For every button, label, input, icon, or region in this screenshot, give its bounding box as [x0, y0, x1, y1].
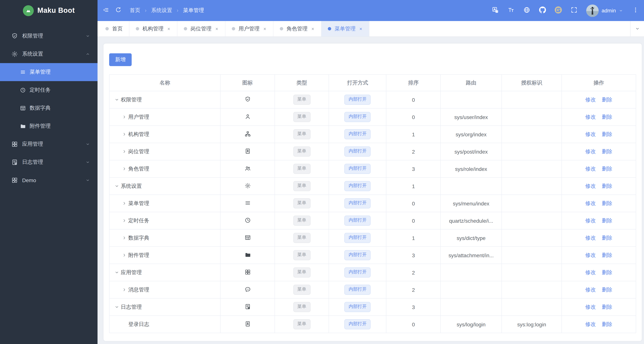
tab-overflow-button[interactable] — [630, 21, 644, 37]
chevron-right-sm-icon[interactable] — [122, 253, 127, 258]
chevron-right-sm-icon[interactable] — [122, 235, 127, 240]
font-size-button[interactable] — [508, 6, 514, 15]
chevron-down-sm-icon[interactable] — [114, 97, 119, 102]
close-icon[interactable] — [215, 27, 219, 31]
chevron-down-sm-icon[interactable] — [114, 304, 119, 309]
close-icon[interactable] — [167, 27, 171, 31]
delete-link[interactable]: 删除 — [602, 321, 612, 327]
edit-link[interactable]: 修改 — [585, 286, 596, 292]
auth-cell — [502, 212, 562, 229]
close-icon[interactable] — [311, 27, 315, 31]
edit-link[interactable]: 修改 — [585, 269, 596, 275]
edit-link[interactable]: 修改 — [585, 235, 596, 241]
github-button[interactable] — [539, 6, 546, 15]
edit-link[interactable]: 修改 — [585, 321, 596, 327]
sidebar-item-4[interactable]: 日志管理 — [0, 153, 98, 171]
edit-link[interactable]: 修改 — [585, 252, 596, 258]
delete-link[interactable]: 删除 — [602, 200, 612, 206]
tab-菜单管理[interactable]: 菜单管理 — [322, 21, 370, 37]
kebab-menu-button[interactable] — [632, 7, 639, 15]
route-cell: sys/log/login — [440, 316, 502, 333]
type-tag: 菜单 — [293, 146, 310, 157]
chevron-right-sm-icon[interactable] — [122, 132, 127, 137]
sidebar-item-1[interactable]: 权限管理 — [0, 27, 98, 45]
kebab-icon — [632, 7, 639, 13]
breadcrumb-item[interactable]: 首页 — [130, 7, 140, 14]
user-name: admin — [602, 8, 616, 14]
edit-link[interactable]: 修改 — [585, 148, 596, 154]
chevron-down-sm-icon[interactable] — [114, 270, 119, 275]
chevron-right-sm-icon[interactable] — [122, 287, 127, 292]
delete-link[interactable]: 删除 — [602, 252, 612, 258]
menu-table: 名称图标类型打开方式排序路由授权标识操作 权限管理菜单内部打开0修改删除用户管理… — [109, 74, 636, 333]
sidebar-item-3[interactable]: 应用管理 — [0, 135, 98, 153]
route-cell: sys/post/index — [440, 143, 502, 160]
menu-name: 数据字典 — [128, 235, 149, 241]
mountain-logo-icon — [23, 5, 34, 16]
edit-link[interactable]: 修改 — [585, 96, 596, 102]
edit-link[interactable]: 修改 — [585, 114, 596, 120]
open-mode-tag: 内部打开 — [344, 129, 371, 139]
auth-cell — [502, 195, 562, 212]
tab-角色管理[interactable]: 角色管理 — [274, 21, 322, 37]
sidebar-subitem[interactable]: 数据字典 — [0, 99, 98, 117]
app-title: Maku Boot — [37, 7, 75, 15]
edit-link[interactable]: 修改 — [585, 131, 596, 137]
fold-sidebar-icon[interactable] — [103, 7, 109, 15]
refresh-icon[interactable] — [115, 7, 122, 15]
tab-label: 岗位管理 — [190, 25, 212, 32]
delete-link[interactable]: 删除 — [602, 148, 612, 154]
add-button[interactable]: 新增 — [109, 53, 132, 66]
chevron-right-sm-icon[interactable] — [122, 115, 127, 119]
auth-cell — [502, 108, 562, 126]
globe-button[interactable] — [523, 6, 530, 15]
edit-link[interactable]: 修改 — [585, 165, 596, 171]
delete-link[interactable]: 删除 — [602, 304, 612, 310]
delete-link[interactable]: 删除 — [602, 235, 612, 241]
chevron-right-sm-icon[interactable] — [122, 166, 127, 171]
menu-type-cell: 菜单 — [275, 212, 329, 229]
delete-link[interactable]: 删除 — [602, 131, 612, 137]
sidebar-subitem[interactable]: 定时任务 — [0, 81, 98, 99]
close-icon[interactable] — [359, 27, 363, 31]
edit-link[interactable]: 修改 — [585, 304, 596, 310]
sidebar-subitem[interactable]: 菜单管理 — [0, 63, 98, 81]
menu-icon — [20, 69, 26, 75]
gitee-button[interactable] — [555, 6, 562, 15]
menu-type-cell: 菜单 — [275, 195, 329, 212]
delete-link[interactable]: 删除 — [602, 96, 612, 102]
chevron-right-sm-icon[interactable] — [122, 218, 127, 223]
tab-机构管理[interactable]: 机构管理 — [130, 21, 178, 37]
delete-link[interactable]: 删除 — [602, 165, 612, 171]
menu-icon-cell — [220, 212, 274, 229]
breadcrumb-item[interactable]: 系统设置 — [151, 7, 172, 14]
delete-link[interactable]: 删除 — [602, 183, 612, 189]
chevron-right-sm-icon[interactable] — [122, 201, 127, 206]
menu-type-cell: 菜单 — [275, 108, 329, 126]
delete-link[interactable]: 删除 — [602, 269, 612, 275]
edit-link[interactable]: 修改 — [585, 200, 596, 206]
menu-icon-cell — [220, 126, 274, 143]
edit-link[interactable]: 修改 — [585, 217, 596, 223]
open-mode-tag: 内部打开 — [344, 181, 371, 191]
user-menu[interactable]: admin — [586, 4, 623, 17]
translate-button[interactable] — [492, 6, 499, 15]
chevron-down-sm-icon[interactable] — [114, 184, 119, 189]
delete-link[interactable]: 删除 — [602, 114, 612, 120]
sidebar-subitem[interactable]: 附件管理 — [0, 117, 98, 135]
chevron-right-sm-icon[interactable] — [122, 149, 127, 154]
delete-link[interactable]: 删除 — [602, 217, 612, 223]
open-mode-cell: 内部打开 — [329, 160, 386, 178]
edit-link[interactable]: 修改 — [585, 183, 596, 189]
tab-用户管理[interactable]: 用户管理 — [226, 21, 274, 37]
delete-link[interactable]: 删除 — [602, 286, 612, 292]
sidebar-item-5[interactable]: Demo — [0, 171, 98, 189]
sidebar-item-2[interactable]: 系统设置 — [0, 45, 98, 63]
auth-cell — [502, 126, 562, 143]
tab-岗位管理[interactable]: 岗位管理 — [178, 21, 226, 37]
tab-首页[interactable]: 首页 — [99, 21, 130, 37]
fullscreen-button[interactable] — [570, 6, 578, 15]
sort-cell: 3 — [386, 298, 440, 316]
open-mode-cell: 内部打开 — [329, 247, 386, 264]
close-icon[interactable] — [263, 27, 267, 31]
